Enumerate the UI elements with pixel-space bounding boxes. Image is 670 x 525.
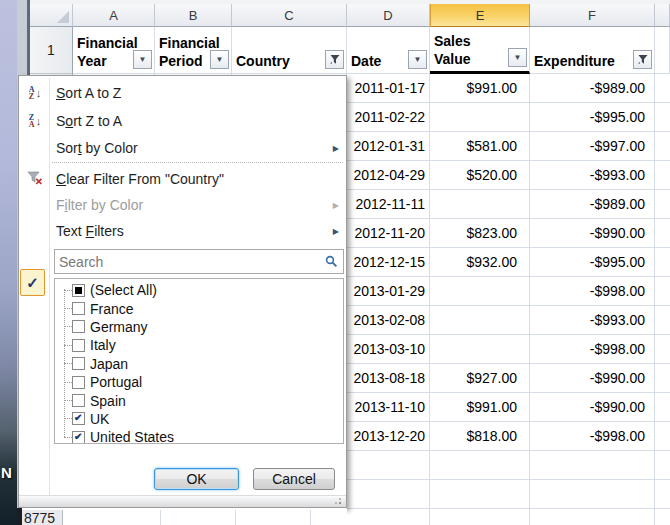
cell-sales-value[interactable]: $520.00 [430,161,530,190]
search-icon[interactable] [325,255,338,268]
filter-dropdown-sales-value[interactable]: ▼ [508,48,527,67]
cell-date[interactable] [347,480,430,509]
cell-sales-value[interactable] [430,306,530,335]
cell-expenditure[interactable] [530,451,655,480]
checkbox[interactable] [72,357,85,370]
cell-date[interactable]: 2013-02-08 [347,306,430,335]
cell-expenditure[interactable]: -$989.00 [530,190,655,219]
filter-value-row[interactable]: Japan [55,355,343,373]
cell-date[interactable]: 2013-11-10 [347,393,430,422]
cell-sales-value[interactable] [430,480,530,509]
background-row-header[interactable]: 8775 [22,510,63,525]
filter-value-row[interactable]: UK [55,410,343,428]
cell-sliver[interactable] [655,103,670,132]
cell-expenditure[interactable]: -$998.00 [530,277,655,306]
filter-value-row[interactable]: Italy [55,336,343,354]
header-cell-date[interactable]: Date ▼ [347,27,430,74]
cell-date[interactable]: 2012-11-11 [347,190,430,219]
cell-sliver[interactable] [655,335,670,364]
filter-funnel-country[interactable] [325,50,344,69]
cell-sales-value[interactable] [430,335,530,364]
cell-date[interactable] [347,509,430,525]
cell-sliver[interactable] [655,306,670,335]
filter-dropdown-date[interactable]: ▼ [408,50,427,69]
filter-dropdown-financial-year[interactable]: ▼ [133,50,152,69]
cell-sales-value[interactable]: $581.00 [430,132,530,161]
cell-date[interactable]: 2012-01-31 [347,132,430,161]
cell-sliver[interactable] [655,132,670,161]
row-header-1[interactable]: 1 [30,27,73,74]
cell-expenditure[interactable] [530,509,655,525]
filter-value-row[interactable]: Portugal [55,373,343,391]
filter-value-row[interactable]: France [55,299,343,317]
cell-expenditure[interactable]: -$990.00 [530,364,655,393]
cell-sales-value[interactable]: $991.00 [430,74,530,103]
cell-expenditure[interactable]: -$995.00 [530,248,655,277]
ok-button[interactable]: OK [154,468,239,490]
checkbox[interactable] [72,412,85,425]
cell-sales-value[interactable] [430,103,530,132]
cancel-button[interactable]: Cancel [253,468,335,490]
menu-item-clear-filter[interactable]: Clear Filter From "Country" [19,165,346,192]
menu-item-sort-a-to-z[interactable]: AZ↓ Sort A to Z [19,79,346,107]
column-header-f[interactable]: F [530,4,655,27]
cell-sliver[interactable] [655,219,670,248]
cell-date[interactable]: 2013-03-10 [347,335,430,364]
column-header-d[interactable]: D [347,4,430,27]
cell-date[interactable]: 2011-02-22 [347,103,430,132]
cell-expenditure[interactable]: -$990.00 [530,393,655,422]
cell-sales-value[interactable]: $932.00 [430,248,530,277]
cell-expenditure[interactable]: -$997.00 [530,132,655,161]
checkbox[interactable] [72,284,85,297]
search-input[interactable] [55,252,325,272]
cell-expenditure[interactable]: -$989.00 [530,74,655,103]
cell-date[interactable] [347,451,430,480]
column-header-a[interactable]: A [73,4,155,27]
cell-sliver[interactable] [655,277,670,306]
cell-sliver[interactable] [655,190,670,219]
cell-sliver[interactable] [655,161,670,190]
column-header-g-sliver[interactable] [655,4,670,27]
cell-expenditure[interactable]: -$993.00 [530,306,655,335]
filter-funnel-expenditure[interactable] [633,50,652,69]
filter-value-row[interactable]: Germany [55,318,343,336]
cell-sliver[interactable] [655,422,670,451]
cell-sliver[interactable] [655,364,670,393]
cell-date[interactable]: 2013-12-20 [347,422,430,451]
cell-expenditure[interactable]: -$998.00 [530,335,655,364]
cell-sales-value[interactable]: $991.00 [430,393,530,422]
cell-sales-value[interactable]: $927.00 [430,364,530,393]
cell-expenditure[interactable]: -$993.00 [530,161,655,190]
header-cell-country[interactable]: Country [232,27,347,74]
checkbox[interactable] [72,339,85,352]
cell-expenditure[interactable]: -$998.00 [530,422,655,451]
cell-expenditure[interactable] [530,480,655,509]
filter-value-row[interactable]: Spain [55,391,343,409]
cell-sliver[interactable] [655,480,670,509]
cell-expenditure[interactable]: -$995.00 [530,103,655,132]
menu-item-sort-by-color[interactable]: Sort by Color ▶ [19,135,346,161]
header-cell-financial-period[interactable]: Financial Period ▼ [155,27,232,74]
cell-sliver[interactable] [655,451,670,480]
cell-date[interactable]: 2012-12-15 [347,248,430,277]
cell-date[interactable]: 2011-01-17 [347,74,430,103]
column-header-b[interactable]: B [155,4,232,27]
cell-date[interactable]: 2012-11-20 [347,219,430,248]
cell-sliver[interactable] [655,509,670,525]
multi-select-checkmark-button[interactable]: ✓ [20,269,45,296]
checkbox[interactable] [72,431,85,444]
cell-sales-value[interactable] [430,509,530,525]
checkbox[interactable] [72,394,85,407]
checkbox[interactable] [72,302,85,315]
cell-sliver[interactable] [655,74,670,103]
header-cell-sales-value-active[interactable]: Sales Value ▼ [430,27,530,74]
cell-date[interactable]: 2013-01-29 [347,277,430,306]
cell-sliver[interactable] [655,248,670,277]
cell-expenditure[interactable]: -$990.00 [530,219,655,248]
menu-item-sort-z-to-a[interactable]: ZA↓ Sort Z to A [19,107,346,135]
cell-sliver[interactable] [655,393,670,422]
menu-item-text-filters[interactable]: Text Filters ▶ [19,218,346,244]
filter-value-row[interactable]: United States [55,428,343,444]
checkbox[interactable] [72,376,85,389]
checkbox[interactable] [72,320,85,333]
